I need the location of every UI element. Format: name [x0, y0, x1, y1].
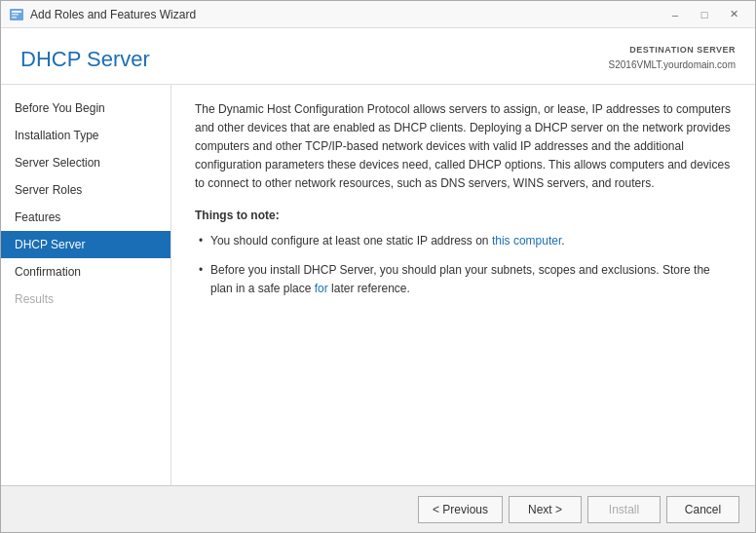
- sidebar-item-before-you-begin[interactable]: Before You Begin: [1, 95, 170, 122]
- sidebar-item-confirmation[interactable]: Confirmation: [1, 258, 170, 286]
- title-bar: Add Roles and Features Wizard – □ ✕: [1, 1, 755, 28]
- main-layout: Before You Begin Installation Type Serve…: [1, 85, 755, 486]
- sidebar-item-installation-type[interactable]: Installation Type: [1, 122, 170, 149]
- main-content: The Dynamic Host Configuration Protocol …: [171, 85, 755, 486]
- sidebar-item-dhcp-server[interactable]: DHCP Server: [1, 231, 170, 258]
- footer: < Previous Next > Install Cancel: [1, 485, 755, 532]
- previous-button[interactable]: < Previous: [418, 496, 503, 523]
- wizard-icon: [9, 7, 24, 22]
- bullet1-text-after: .: [561, 234, 564, 247]
- wizard-window: Add Roles and Features Wizard – □ ✕ DHCP…: [0, 0, 756, 533]
- minimize-button[interactable]: –: [662, 5, 689, 24]
- svg-rect-3: [12, 17, 17, 19]
- svg-rect-2: [12, 14, 19, 16]
- sidebar-item-server-roles[interactable]: Server Roles: [1, 176, 170, 204]
- for-link[interactable]: for: [315, 282, 328, 295]
- destination-info: DESTINATION SERVER S2016VMLT.yourdomain.…: [609, 44, 736, 72]
- title-bar-controls: – □ ✕: [662, 5, 747, 24]
- next-button[interactable]: Next >: [509, 496, 582, 523]
- bullet-list: You should configure at least one static…: [195, 232, 732, 298]
- maximize-button[interactable]: □: [691, 5, 718, 24]
- close-button[interactable]: ✕: [720, 5, 747, 24]
- things-to-note-label: Things to note:: [195, 209, 732, 222]
- bullet2-text-after: later reference.: [328, 282, 410, 295]
- this-computer-link[interactable]: this computer: [492, 234, 561, 247]
- window-title: Add Roles and Features Wizard: [30, 8, 196, 21]
- list-item: Before you install DHCP Server, you shou…: [195, 261, 732, 298]
- sidebar-item-features[interactable]: Features: [1, 204, 170, 231]
- destination-label: DESTINATION SERVER: [609, 44, 736, 57]
- svg-rect-1: [12, 11, 21, 13]
- page-header-section: DHCP Server DESTINATION SERVER S2016VMLT…: [1, 28, 755, 85]
- title-bar-left: Add Roles and Features Wizard: [9, 7, 196, 22]
- list-item: You should configure at least one static…: [195, 232, 732, 250]
- bullet2-text-before: Before you install DHCP Server, you shou…: [210, 263, 710, 295]
- sidebar: Before You Begin Installation Type Serve…: [1, 85, 171, 486]
- description-paragraph: The Dynamic Host Configuration Protocol …: [195, 100, 732, 194]
- destination-server: S2016VMLT.yourdomain.com: [609, 57, 736, 72]
- install-button[interactable]: Install: [587, 496, 661, 523]
- cancel-button[interactable]: Cancel: [666, 496, 739, 523]
- sidebar-item-server-selection[interactable]: Server Selection: [1, 149, 170, 176]
- page-title: DHCP Server: [20, 47, 150, 72]
- sidebar-item-results: Results: [1, 286, 170, 313]
- bullet1-text-before: You should configure at least one static…: [210, 234, 492, 247]
